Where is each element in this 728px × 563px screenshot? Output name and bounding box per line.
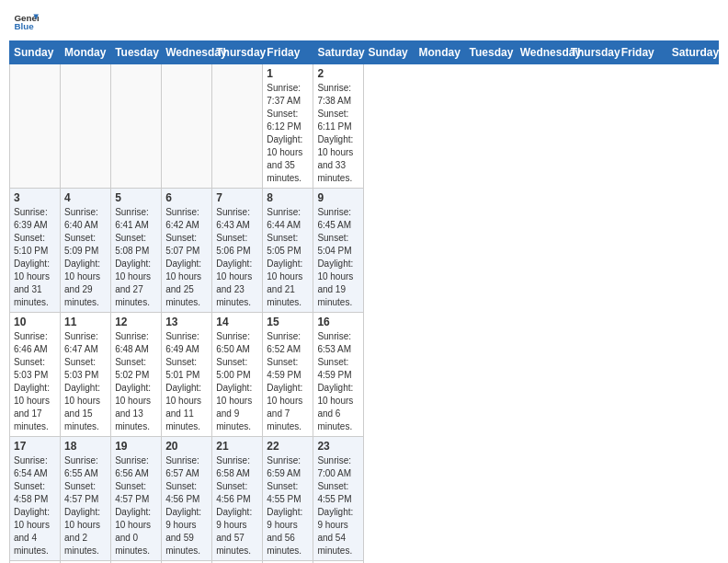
day-info: Sunrise: 6:58 AM Sunset: 4:56 PM Dayligh… — [216, 454, 258, 557]
day-info: Sunrise: 6:56 AM Sunset: 4:57 PM Dayligh… — [115, 454, 157, 557]
calendar-cell: 22Sunrise: 6:59 AM Sunset: 4:55 PM Dayli… — [263, 437, 313, 561]
col-header-thursday: Thursday — [212, 41, 263, 64]
week-row-2: 3Sunrise: 6:39 AM Sunset: 5:10 PM Daylig… — [10, 189, 719, 313]
day-info: Sunrise: 6:54 AM Sunset: 4:58 PM Dayligh… — [14, 454, 56, 557]
col-header-wednesday: Wednesday — [162, 41, 212, 64]
col-header-thursday: Thursday — [566, 41, 617, 64]
col-header-wednesday: Wednesday — [516, 41, 566, 64]
calendar-cell: 6Sunrise: 6:42 AM Sunset: 5:07 PM Daylig… — [162, 189, 212, 313]
calendar-cell: 5Sunrise: 6:41 AM Sunset: 5:08 PM Daylig… — [111, 189, 162, 313]
week-row-1: 1Sunrise: 7:37 AM Sunset: 6:12 PM Daylig… — [10, 64, 719, 189]
calendar-cell: 14Sunrise: 6:50 AM Sunset: 5:00 PM Dayli… — [212, 313, 263, 437]
day-number: 8 — [267, 191, 309, 204]
calendar-cell: 11Sunrise: 6:47 AM Sunset: 5:03 PM Dayli… — [61, 313, 111, 437]
calendar-cell: 12Sunrise: 6:48 AM Sunset: 5:02 PM Dayli… — [111, 313, 162, 437]
calendar-cell — [10, 64, 61, 189]
day-info: Sunrise: 6:45 AM Sunset: 5:04 PM Dayligh… — [317, 206, 359, 309]
day-number: 14 — [216, 316, 258, 328]
day-info: Sunrise: 7:37 AM Sunset: 6:12 PM Dayligh… — [267, 82, 309, 185]
calendar-cell: 9Sunrise: 6:45 AM Sunset: 5:04 PM Daylig… — [313, 189, 364, 313]
calendar-cell — [162, 64, 212, 189]
svg-text:Blue: Blue — [14, 21, 34, 31]
calendar-cell: 7Sunrise: 6:43 AM Sunset: 5:06 PM Daylig… — [212, 189, 263, 313]
day-number: 10 — [14, 316, 56, 328]
calendar-cell: 2Sunrise: 7:38 AM Sunset: 6:11 PM Daylig… — [313, 64, 364, 189]
day-number: 2 — [317, 67, 359, 80]
day-info: Sunrise: 6:57 AM Sunset: 4:56 PM Dayligh… — [165, 454, 208, 557]
day-info: Sunrise: 6:55 AM Sunset: 4:57 PM Dayligh… — [64, 454, 107, 557]
calendar-cell: 16Sunrise: 6:53 AM Sunset: 4:59 PM Dayli… — [313, 313, 364, 437]
day-number: 1 — [267, 67, 309, 80]
page-header: General Blue — [9, 9, 719, 35]
logo-icon: General Blue — [13, 9, 39, 35]
col-header-saturday: Saturday — [667, 41, 718, 64]
calendar-table: SundayMondayTuesdayWednesdayThursdayFrid… — [9, 40, 719, 563]
calendar-cell: 23Sunrise: 7:00 AM Sunset: 4:55 PM Dayli… — [313, 437, 364, 561]
day-info: Sunrise: 6:47 AM Sunset: 5:03 PM Dayligh… — [64, 330, 107, 433]
day-info: Sunrise: 6:53 AM Sunset: 4:59 PM Dayligh… — [317, 330, 359, 433]
day-number: 4 — [64, 191, 107, 204]
day-number: 5 — [115, 191, 157, 204]
day-number: 22 — [267, 440, 309, 453]
day-number: 3 — [14, 191, 56, 204]
calendar-cell: 18Sunrise: 6:55 AM Sunset: 4:57 PM Dayli… — [61, 437, 111, 561]
col-header-sunday: Sunday — [10, 41, 61, 64]
day-number: 23 — [317, 440, 359, 453]
calendar-cell — [212, 64, 263, 189]
calendar-header-row: SundayMondayTuesdayWednesdayThursdayFrid… — [10, 41, 719, 64]
day-info: Sunrise: 6:40 AM Sunset: 5:09 PM Dayligh… — [64, 206, 107, 309]
day-number: 18 — [64, 440, 107, 453]
col-header-friday: Friday — [263, 41, 313, 64]
day-number: 15 — [267, 316, 309, 328]
day-info: Sunrise: 6:46 AM Sunset: 5:03 PM Dayligh… — [14, 330, 56, 433]
week-row-4: 17Sunrise: 6:54 AM Sunset: 4:58 PM Dayli… — [10, 437, 719, 561]
calendar-cell: 21Sunrise: 6:58 AM Sunset: 4:56 PM Dayli… — [212, 437, 263, 561]
calendar-cell: 1Sunrise: 7:37 AM Sunset: 6:12 PM Daylig… — [263, 64, 313, 189]
calendar-cell — [111, 64, 162, 189]
calendar-cell: 4Sunrise: 6:40 AM Sunset: 5:09 PM Daylig… — [61, 189, 111, 313]
day-info: Sunrise: 6:44 AM Sunset: 5:05 PM Dayligh… — [267, 206, 309, 309]
calendar-cell: 10Sunrise: 6:46 AM Sunset: 5:03 PM Dayli… — [10, 313, 61, 437]
day-number: 13 — [165, 316, 208, 328]
calendar-cell: 8Sunrise: 6:44 AM Sunset: 5:05 PM Daylig… — [263, 189, 313, 313]
calendar-cell: 20Sunrise: 6:57 AM Sunset: 4:56 PM Dayli… — [162, 437, 212, 561]
calendar-cell: 13Sunrise: 6:49 AM Sunset: 5:01 PM Dayli… — [162, 313, 212, 437]
col-header-tuesday: Tuesday — [465, 41, 516, 64]
day-number: 16 — [317, 316, 359, 328]
day-info: Sunrise: 6:48 AM Sunset: 5:02 PM Dayligh… — [115, 330, 157, 433]
day-number: 9 — [317, 191, 359, 204]
col-header-tuesday: Tuesday — [111, 41, 162, 64]
day-number: 11 — [64, 316, 107, 328]
col-header-friday: Friday — [617, 41, 667, 64]
day-info: Sunrise: 6:43 AM Sunset: 5:06 PM Dayligh… — [216, 206, 258, 309]
col-header-saturday: Saturday — [313, 41, 364, 64]
day-info: Sunrise: 6:41 AM Sunset: 5:08 PM Dayligh… — [115, 206, 157, 309]
day-info: Sunrise: 7:38 AM Sunset: 6:11 PM Dayligh… — [317, 82, 359, 185]
day-number: 7 — [216, 191, 258, 204]
day-info: Sunrise: 6:39 AM Sunset: 5:10 PM Dayligh… — [14, 206, 56, 309]
day-info: Sunrise: 6:42 AM Sunset: 5:07 PM Dayligh… — [165, 206, 208, 309]
calendar-cell: 3Sunrise: 6:39 AM Sunset: 5:10 PM Daylig… — [10, 189, 61, 313]
day-info: Sunrise: 6:49 AM Sunset: 5:01 PM Dayligh… — [165, 330, 208, 433]
calendar-cell — [61, 64, 111, 189]
day-number: 17 — [14, 440, 56, 453]
day-number: 21 — [216, 440, 258, 453]
logo: General Blue — [13, 9, 39, 35]
day-number: 12 — [115, 316, 157, 328]
week-row-3: 10Sunrise: 6:46 AM Sunset: 5:03 PM Dayli… — [10, 313, 719, 437]
col-header-sunday: Sunday — [364, 41, 415, 64]
col-header-monday: Monday — [61, 41, 111, 64]
day-info: Sunrise: 7:00 AM Sunset: 4:55 PM Dayligh… — [317, 454, 359, 557]
calendar-cell: 17Sunrise: 6:54 AM Sunset: 4:58 PM Dayli… — [10, 437, 61, 561]
day-number: 19 — [115, 440, 157, 453]
day-info: Sunrise: 6:59 AM Sunset: 4:55 PM Dayligh… — [267, 454, 309, 557]
calendar-cell: 19Sunrise: 6:56 AM Sunset: 4:57 PM Dayli… — [111, 437, 162, 561]
day-info: Sunrise: 6:50 AM Sunset: 5:00 PM Dayligh… — [216, 330, 258, 433]
day-number: 20 — [165, 440, 208, 453]
day-info: Sunrise: 6:52 AM Sunset: 4:59 PM Dayligh… — [267, 330, 309, 433]
calendar-cell: 15Sunrise: 6:52 AM Sunset: 4:59 PM Dayli… — [263, 313, 313, 437]
col-header-monday: Monday — [415, 41, 465, 64]
day-number: 6 — [165, 191, 208, 204]
